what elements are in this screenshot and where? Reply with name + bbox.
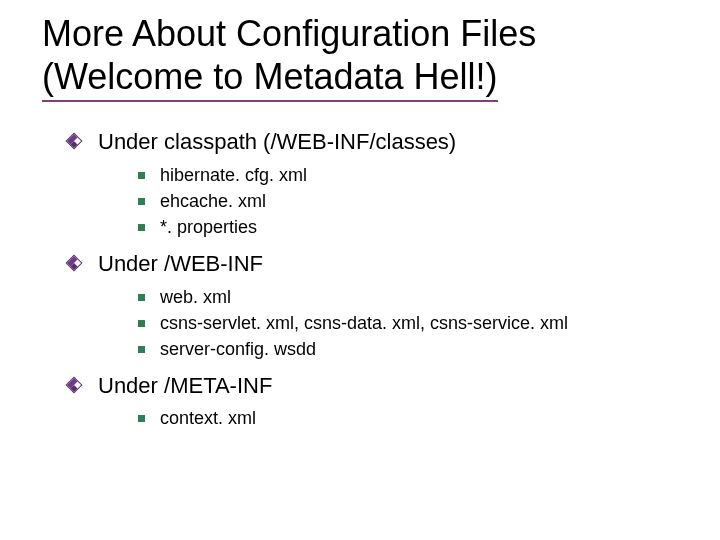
- bullet-level1: Under /META-INF: [68, 372, 720, 400]
- bullet-label: Under /META-INF: [98, 373, 272, 398]
- bullet-level1: Under /WEB-INF: [68, 250, 720, 278]
- sub-item: hibernate. cfg. xml: [160, 165, 307, 185]
- bullet-level2: ehcache. xml: [138, 188, 720, 214]
- sub-item: *. properties: [160, 217, 257, 237]
- bullet-level2: context. xml: [138, 405, 720, 431]
- title-line-2: (Welcome to Metadata Hell!): [42, 55, 498, 102]
- sub-item: context. xml: [160, 408, 256, 428]
- slide-body: Under classpath (/WEB-INF/classes) hiber…: [68, 128, 720, 431]
- diamond-icon: [66, 376, 83, 393]
- slide: More About Configuration Files (Welcome …: [0, 0, 720, 540]
- diamond-icon: [66, 133, 83, 150]
- diamond-icon: [66, 255, 83, 272]
- bullet-level2: web. xml: [138, 284, 720, 310]
- bullet-level2: server-config. wsdd: [138, 336, 720, 362]
- bullet-level2: hibernate. cfg. xml: [138, 162, 720, 188]
- sublist: web. xml csns-servlet. xml, csns-data. x…: [138, 284, 720, 362]
- bullet-label: Under /WEB-INF: [98, 251, 263, 276]
- bullet-level1: Under classpath (/WEB-INF/classes): [68, 128, 720, 156]
- bullet-level2: csns-servlet. xml, csns-data. xml, csns-…: [138, 310, 720, 336]
- sub-item: csns-servlet. xml, csns-data. xml, csns-…: [160, 313, 568, 333]
- bullet-label: Under classpath (/WEB-INF/classes): [98, 129, 456, 154]
- title-line-1: More About Configuration Files: [42, 13, 536, 54]
- slide-title: More About Configuration Files (Welcome …: [42, 12, 720, 102]
- sublist: context. xml: [138, 405, 720, 431]
- sublist: hibernate. cfg. xml ehcache. xml *. prop…: [138, 162, 720, 240]
- bullet-level2: *. properties: [138, 214, 720, 240]
- sub-item: ehcache. xml: [160, 191, 266, 211]
- sub-item: server-config. wsdd: [160, 339, 316, 359]
- sub-item: web. xml: [160, 287, 231, 307]
